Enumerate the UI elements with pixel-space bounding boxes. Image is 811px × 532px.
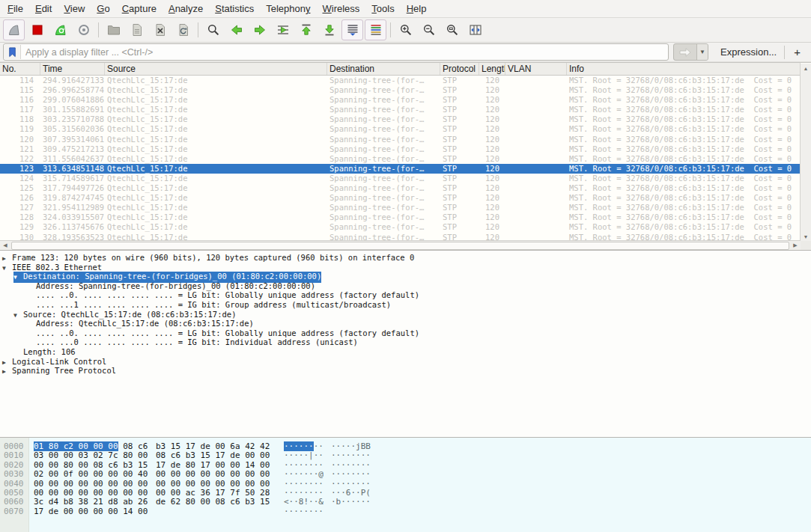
start-capture-button[interactable] <box>3 19 25 40</box>
packet-row[interactable]: 127321.954112989QtechLlc_15:17:deSpannin… <box>0 203 801 213</box>
packet-cell: MST. Root = 32768/0/08:c6:b3:15:17:de Co… <box>567 95 801 105</box>
go-first-button[interactable] <box>295 19 317 40</box>
zoom-in-button[interactable] <box>395 19 416 40</box>
menu-analyze[interactable]: Analyze <box>162 1 209 16</box>
detail-row[interactable]: ▶Spanning Tree Protocol <box>0 366 811 376</box>
packet-cell: MST. Root = 32768/0/08:c6:b3:15:17:de Co… <box>567 164 801 174</box>
detail-row[interactable]: ▼Destination: Spanning-tree-(for-bridges… <box>0 272 811 281</box>
menu-file[interactable]: File <box>1 1 29 16</box>
column-header-protocol[interactable]: Protocol <box>440 63 479 75</box>
menu-view[interactable]: View <box>58 1 91 16</box>
packet-row[interactable]: 122311.556042637QtechLlc_15:17:deSpannin… <box>0 154 801 164</box>
add-filter-button[interactable]: + <box>786 46 808 58</box>
detail-row-content: Address: Spanning-tree-(for-bridges)_00 … <box>26 281 315 291</box>
menu-go[interactable]: Go <box>91 1 115 16</box>
packet-cell: Spanning-tree-(for-… <box>327 135 440 144</box>
packet-row[interactable]: 118303.235710788QtechLlc_15:17:deSpannin… <box>0 114 801 124</box>
detail-row[interactable]: .... ...0 .... .... .... .... = IG bit: … <box>0 337 811 347</box>
scroll-right-icon[interactable]: ▶ <box>790 241 801 250</box>
detail-row[interactable]: ▼Source: QtechLlc_15:17:de (08:c6:b3:15:… <box>0 310 811 319</box>
packet-row[interactable]: 128324.033915507QtechLlc_15:17:deSpannin… <box>0 213 801 222</box>
detail-row[interactable]: .... ..0. .... .... .... .... = LG bit: … <box>0 290 811 300</box>
packet-row[interactable]: 124315.714589617QtechLlc_15:17:deSpannin… <box>0 174 801 183</box>
stop-capture-button[interactable] <box>26 19 48 40</box>
menu-statistics[interactable]: Statistics <box>209 1 260 16</box>
zoom-reset-button[interactable] <box>441 19 463 40</box>
menu-tools[interactable]: Tools <box>365 1 400 16</box>
detail-row[interactable]: .... ..0. .... .... .... .... = LG bit: … <box>0 328 811 338</box>
menu-wireless[interactable]: Wireless <box>317 1 366 16</box>
column-header-info[interactable]: Info <box>567 63 801 75</box>
display-filter-input[interactable] <box>21 47 668 58</box>
reload-file-button[interactable] <box>172 19 194 40</box>
detail-row[interactable]: ▶Frame 123: 120 bytes on wire (960 bits)… <box>0 253 811 263</box>
packet-cell: QtechLlc_15:17:de <box>105 124 327 134</box>
packet-row[interactable]: 117301.155882691QtechLlc_15:17:deSpannin… <box>0 105 801 114</box>
save-file-button[interactable] <box>126 19 148 40</box>
hex-row[interactable]: 003002 00 0f 00 00 00 00 4000 00 00 00 0… <box>0 470 811 479</box>
detail-row-content: .... ...1 .... .... .... .... = IG bit: … <box>26 300 391 310</box>
packet-row[interactable]: 125317.794497726QtechLlc_15:17:deSpannin… <box>0 183 801 193</box>
auto-scroll-button[interactable] <box>341 19 363 40</box>
open-file-button[interactable] <box>103 19 124 40</box>
go-forward-button[interactable] <box>249 19 270 40</box>
find-packet-button[interactable] <box>202 19 224 40</box>
go-to-packet-button[interactable] <box>272 19 294 40</box>
column-header-destination[interactable]: Destination <box>327 63 440 75</box>
hex-row[interactable]: 00603c d4 b8 38 21 d8 ab 26de 62 80 00 0… <box>0 498 811 507</box>
detail-row[interactable]: ▶Logical-Link Control <box>0 357 811 367</box>
packet-row[interactable]: 120307.395314061QtechLlc_15:17:deSpannin… <box>0 135 801 144</box>
scroll-up-icon[interactable]: ▲ <box>801 64 811 73</box>
resize-columns-button[interactable] <box>464 19 486 40</box>
packet-bytes-pane: 000001 80 c2 00 00 00 08 c6b3 15 17 de 0… <box>0 437 811 532</box>
filter-history-caret-icon[interactable]: ▼ <box>696 44 708 60</box>
detail-row[interactable]: Length: 106 <box>0 347 811 357</box>
scroll-left-icon[interactable]: ◀ <box>0 241 10 250</box>
detail-row[interactable]: .... ...1 .... .... .... .... = IG bit: … <box>0 300 811 310</box>
restart-capture-button[interactable] <box>49 19 71 40</box>
colorize-button[interactable] <box>365 19 386 40</box>
packet-cell: Spanning-tree-(for-… <box>327 174 440 183</box>
apply-filter-button[interactable] <box>674 44 696 60</box>
display-filter-field[interactable] <box>3 43 669 61</box>
column-header-source[interactable]: Source <box>105 63 327 75</box>
packet-row[interactable]: 123313.634851148QtechLlc_15:17:deSpannin… <box>0 164 801 174</box>
close-file-button[interactable] <box>149 19 171 40</box>
zoom-out-button[interactable] <box>418 19 440 40</box>
packet-row[interactable]: 121309.475217213QtechLlc_15:17:deSpannin… <box>0 144 801 154</box>
packet-cell: 299.076041886 <box>40 95 105 105</box>
expander-collapsed-icon[interactable]: ▶ <box>2 367 12 377</box>
packet-row[interactable]: 119305.315602036QtechLlc_15:17:deSpannin… <box>0 124 801 134</box>
scroll-down-icon[interactable]: ▼ <box>801 232 811 241</box>
hex-row[interactable]: 001003 00 00 03 02 7c 80 0008 c6 b3 15 1… <box>0 451 811 460</box>
expression-button[interactable]: Expression... <box>714 46 783 58</box>
horizontal-scroll-thumb[interactable] <box>11 242 789 250</box>
menu-telephony[interactable]: Telephony <box>260 1 316 16</box>
packet-list-horizontal-scrollbar[interactable]: ◀ ▶ <box>0 240 801 251</box>
packet-cell: QtechLlc_15:17:de <box>105 114 327 124</box>
hex-row[interactable]: 007017 de 00 00 00 00 14 00········ <box>0 507 811 516</box>
packet-list-vertical-scrollbar[interactable]: ▲ ▼ <box>800 64 811 241</box>
packet-row[interactable]: 116299.076041886QtechLlc_15:17:deSpannin… <box>0 95 801 105</box>
go-last-button[interactable] <box>318 19 340 40</box>
packet-cell: QtechLlc_15:17:de <box>105 154 327 164</box>
column-header-length[interactable]: Length <box>479 63 505 75</box>
menu-help[interactable]: Help <box>401 1 433 16</box>
hex-offset: 0010 <box>0 451 28 460</box>
go-back-button[interactable] <box>225 19 247 40</box>
menu-capture[interactable]: Capture <box>116 1 162 16</box>
detail-row[interactable]: Address: QtechLlc_15:17:de (08:c6:b3:15:… <box>0 319 811 328</box>
menu-edit[interactable]: Edit <box>29 1 58 16</box>
filter-separator <box>784 46 785 59</box>
packet-row[interactable]: 126319.874274745QtechLlc_15:17:deSpannin… <box>0 193 801 203</box>
packet-row[interactable]: 129326.113745676QtechLlc_15:17:deSpannin… <box>0 222 801 232</box>
capture-options-button[interactable] <box>73 19 94 40</box>
packet-cell: 301.155882691 <box>40 105 105 114</box>
column-header-vlan[interactable]: VLAN <box>505 63 567 75</box>
column-header-time[interactable]: Time <box>40 63 105 75</box>
packet-row[interactable]: 114294.916427133QtechLlc_15:17:deSpannin… <box>0 76 801 85</box>
packet-row[interactable]: 115296.996258774QtechLlc_15:17:deSpannin… <box>0 85 801 95</box>
detail-row[interactable]: Address: Spanning-tree-(for-bridges)_00 … <box>0 281 811 291</box>
filter-bookmark-icon[interactable] <box>4 45 21 59</box>
column-header-no[interactable]: No. <box>0 63 40 75</box>
